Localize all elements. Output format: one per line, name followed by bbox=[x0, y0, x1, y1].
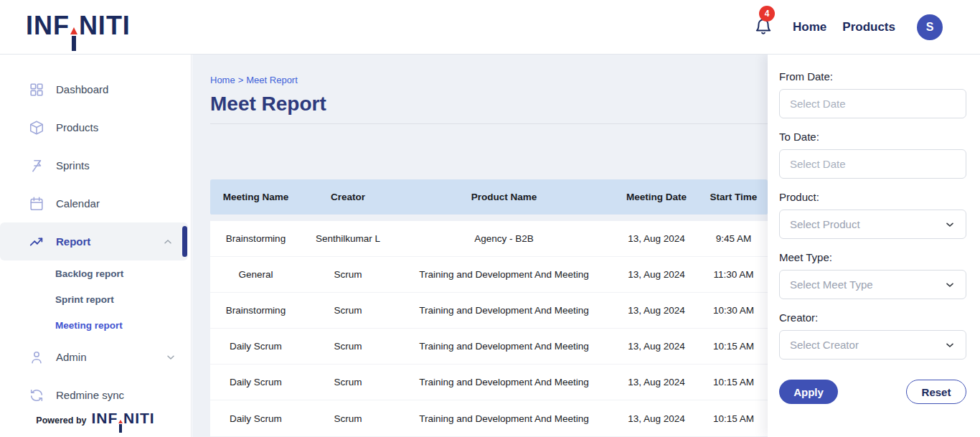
sidebar-item-label: Report bbox=[56, 235, 90, 248]
sidebar-item-sprints[interactable]: Sprints bbox=[0, 146, 191, 184]
table-cell: 10:15 AM bbox=[699, 377, 768, 387]
meet-type-select[interactable]: Select Meet Type bbox=[779, 270, 966, 299]
sidebar-item-calendar[interactable]: Calendar bbox=[0, 184, 191, 222]
table-cell: Brainstorming bbox=[210, 233, 301, 244]
table-cell: Training and Development And Meeting bbox=[395, 341, 613, 352]
table-cell: Scrum bbox=[301, 413, 395, 424]
chevron-down-icon bbox=[944, 339, 956, 351]
active-indicator-bar bbox=[182, 226, 187, 257]
meet-type-label: Meet Type: bbox=[779, 251, 966, 263]
to-date-label: To Date: bbox=[779, 131, 966, 143]
breadcrumb-current: Meet Report bbox=[246, 75, 298, 85]
top-header: INFNITI 4 Home Products S bbox=[0, 0, 980, 55]
table-cell: 13, Aug 2024 bbox=[613, 233, 699, 244]
table-cell: Agency - B2B bbox=[395, 233, 613, 244]
breadcrumb: Home>Meet Report bbox=[210, 75, 298, 85]
report-submenu: Backlog report Sprint report Meeting rep… bbox=[0, 260, 191, 338]
table-cell: Scrum bbox=[301, 377, 395, 387]
admin-person-icon bbox=[29, 349, 44, 365]
footer-logo-triangle-i bbox=[118, 420, 123, 433]
sprints-flag-icon bbox=[29, 158, 44, 174]
breadcrumb-separator: > bbox=[238, 75, 244, 85]
apply-button[interactable]: Apply bbox=[779, 380, 838, 404]
table-cell: 10:15 AM bbox=[699, 341, 768, 352]
reset-button[interactable]: Reset bbox=[906, 380, 966, 404]
nav-home-link[interactable]: Home bbox=[793, 20, 826, 34]
table-row: BrainstormingSenthilkumar LAgency - B2B1… bbox=[210, 221, 768, 257]
creator-label: Creator: bbox=[779, 311, 966, 324]
creator-select[interactable]: Select Creator bbox=[779, 330, 966, 360]
filter-panel: From Date: To Date: Product: Select Prod… bbox=[768, 55, 980, 437]
logo-text-left: INF bbox=[26, 13, 70, 39]
user-avatar[interactable]: S bbox=[917, 14, 943, 40]
sidebar-item-admin[interactable]: Admin bbox=[0, 338, 191, 376]
table-cell: 13, Aug 2024 bbox=[613, 269, 699, 280]
nav-products-link[interactable]: Products bbox=[842, 20, 895, 34]
sync-icon bbox=[29, 387, 44, 403]
table-cell: 10:30 AM bbox=[699, 305, 768, 316]
table-cell: Daily Scrum bbox=[210, 341, 301, 352]
table-cell: Scrum bbox=[301, 341, 395, 352]
column-header: Start Time bbox=[699, 192, 768, 202]
breadcrumb-home-link[interactable]: Home bbox=[210, 75, 235, 85]
to-date-input[interactable] bbox=[779, 149, 966, 179]
logo-text-right: NITI bbox=[79, 13, 131, 39]
table-cell: 13, Aug 2024 bbox=[613, 305, 699, 316]
sidebar: Dashboard Products Sprints Calendar Repo… bbox=[0, 55, 192, 437]
table-row: BrainstormingScrumTraining and Developme… bbox=[210, 293, 768, 329]
column-header: Meeting Name bbox=[210, 192, 301, 202]
sidebar-item-label: Dashboard bbox=[56, 83, 108, 95]
table-cell: Daily Scrum bbox=[210, 377, 301, 387]
column-header: Product Name bbox=[395, 192, 613, 202]
chevron-down-icon bbox=[165, 352, 176, 363]
sidebar-subitem-sprint-report[interactable]: Sprint report bbox=[0, 286, 191, 312]
sidebar-item-report[interactable]: Report bbox=[0, 222, 188, 260]
table-cell: Scrum bbox=[301, 269, 395, 280]
table-cell: 13, Aug 2024 bbox=[613, 341, 699, 352]
notification-bell-icon[interactable]: 4 bbox=[754, 17, 774, 38]
column-header: Creator bbox=[301, 192, 395, 202]
sidebar-subitem-backlog-report[interactable]: Backlog report bbox=[0, 260, 191, 286]
calendar-icon bbox=[29, 196, 44, 212]
table-cell: Brainstorming bbox=[210, 305, 301, 316]
notification-badge: 4 bbox=[759, 6, 775, 22]
sidebar-item-label: Calendar bbox=[56, 197, 100, 210]
product-select[interactable]: Select Product bbox=[779, 210, 966, 239]
powered-by-text: Powered by bbox=[36, 415, 86, 426]
table-cell: Training and Development And Meeting bbox=[395, 269, 613, 280]
table-row: GeneralScrumTraining and Development And… bbox=[210, 257, 768, 293]
chevron-down-icon bbox=[944, 219, 956, 230]
sidebar-item-label: Products bbox=[56, 121, 98, 133]
table-cell: 11:30 AM bbox=[699, 269, 768, 280]
sidebar-item-dashboard[interactable]: Dashboard bbox=[0, 70, 191, 108]
products-box-icon bbox=[29, 120, 44, 136]
table-row: Daily ScrumScrumTraining and Development… bbox=[210, 365, 768, 400]
table-cell: General bbox=[210, 269, 301, 280]
footer-logo: INFNITI bbox=[92, 410, 155, 433]
report-trending-icon bbox=[29, 234, 44, 250]
logo-triangle-i bbox=[70, 27, 77, 51]
chevron-up-icon bbox=[162, 236, 174, 248]
table-cell: Senthilkumar L bbox=[301, 233, 395, 244]
sidebar-item-label: Sprints bbox=[56, 159, 90, 171]
dashboard-icon bbox=[29, 82, 44, 98]
sidebar-item-products[interactable]: Products bbox=[0, 108, 191, 146]
sidebar-item-label: Redmine sync bbox=[56, 389, 124, 401]
table-row: Daily ScrumScrumTraining and Development… bbox=[210, 400, 768, 436]
column-header: Meeting Date bbox=[613, 192, 699, 202]
table-cell: Scrum bbox=[301, 305, 395, 316]
sidebar-item-redmine-sync[interactable]: Redmine sync bbox=[0, 376, 191, 414]
sidebar-item-label: Admin bbox=[56, 351, 87, 363]
sidebar-footer: Powered by INFNITI bbox=[0, 410, 191, 436]
from-date-label: From Date: bbox=[779, 70, 966, 83]
table-cell: 10:15 AM bbox=[699, 413, 768, 424]
table-cell: Training and Development And Meeting bbox=[395, 413, 613, 424]
page-title: Meet Report bbox=[210, 93, 326, 116]
app-logo: INFNITI bbox=[26, 13, 131, 51]
from-date-input[interactable] bbox=[779, 89, 966, 118]
sidebar-subitem-meeting-report[interactable]: Meeting report bbox=[0, 312, 191, 338]
chevron-down-icon bbox=[944, 279, 956, 291]
table-header-row: Meeting NameCreatorProduct NameMeeting D… bbox=[210, 179, 768, 215]
table-cell: Training and Development And Meeting bbox=[395, 377, 613, 387]
table-row: Daily ScrumScrumTraining and Development… bbox=[210, 329, 768, 365]
